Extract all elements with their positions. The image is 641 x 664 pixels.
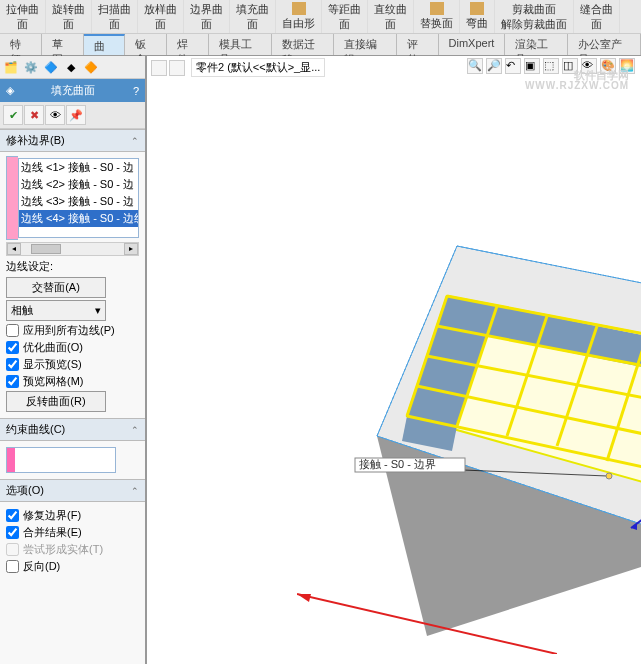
graphics-viewport[interactable]: 零件2 (默认<<默认>_显... 🔍 🔎 ↶ ▣ ⬚ ◫ 👁 🎨 🌅 软件自学… — [147, 56, 641, 664]
expand-tree-icon[interactable] — [151, 60, 167, 76]
tab-sheetmetal[interactable]: 钣金 — [125, 34, 167, 55]
tab-render-tools[interactable]: 渲染工具 — [505, 34, 568, 55]
section-patch-boundary[interactable]: 修补边界(B) ⌃ — [0, 129, 145, 152]
section-patch-label: 修补边界(B) — [6, 133, 65, 148]
ok-button[interactable]: ✔ — [3, 105, 23, 125]
tab-sketch[interactable]: 草图 — [42, 34, 84, 55]
tab-office-products[interactable]: 办公室产品 — [568, 34, 641, 55]
property-manager-icon[interactable]: ⚙️ — [22, 58, 40, 76]
tab-direct-edit[interactable]: 直接编辑 — [334, 34, 397, 55]
cmd-offset-surface[interactable]: 等距曲面 — [322, 0, 368, 33]
panel-title: ◈ 填充曲面 ? — [0, 79, 145, 102]
command-toolbar: 拉伸曲面 旋转曲面 扫描曲面 放样曲面 边界曲面 填充曲面 自由形 等距曲面 直… — [0, 0, 641, 34]
section-options-label: 选项(O) — [6, 483, 44, 498]
merge-result-checkbox[interactable]: 合并结果(E) — [6, 525, 139, 540]
cmd-knit-surface[interactable]: 缝合曲面 — [574, 0, 620, 33]
tab-evaluate[interactable]: 评估 — [397, 34, 439, 55]
previous-view-icon[interactable]: ↶ — [505, 58, 521, 74]
callout-text: 接触 - S0 - 边界 — [359, 458, 436, 470]
optimize-surface-checkbox[interactable]: 优化曲面(O) — [6, 340, 139, 355]
cmd-fill-surface[interactable]: 填充曲面 — [230, 0, 276, 33]
document-title[interactable]: 零件2 (默认<<默认>_显... — [191, 58, 325, 77]
list-item[interactable]: 边线 <1> 接触 - S0 - 边 — [19, 159, 138, 176]
viewport-left-toolbar: 零件2 (默认<<默认>_显... — [151, 58, 325, 77]
view-orientation-icon[interactable]: ⬚ — [543, 58, 559, 74]
cmd-loft-surface[interactable]: 放样曲面 — [138, 0, 184, 33]
section-constraint-label: 约束曲线(C) — [6, 422, 65, 437]
tab-dimxpert[interactable]: DimXpert — [439, 34, 506, 55]
list-item[interactable]: 边线 <4> 接触 - S0 - 边线 — [19, 210, 138, 227]
model-canvas: 接触 - S0 - 边界 + + — [307, 116, 641, 664]
tab-data-migration[interactable]: 数据迁移 — [272, 34, 335, 55]
viewport-heads-up-toolbar: 🔍 🔎 ↶ ▣ ⬚ ◫ 👁 🎨 🌅 — [467, 58, 635, 74]
edge-listbox[interactable]: 边线 <1> 接触 - S0 - 边 边线 <2> 接触 - S0 - 边 边线… — [18, 158, 139, 238]
preview-mesh-checkbox[interactable]: 预览网格(M) — [6, 374, 139, 389]
cmd-replace-face[interactable]: 替换面 — [414, 0, 460, 33]
feature-tree-icon[interactable]: 🗂️ — [2, 58, 20, 76]
reverse-surface-button[interactable]: 反转曲面(R) — [6, 391, 106, 412]
cmd-ruled-surface[interactable]: 直纹曲面 — [368, 0, 414, 33]
alternate-face-button[interactable]: 交替面(A) — [6, 277, 106, 298]
list-item[interactable]: 边线 <2> 接触 - S0 - 边 — [19, 176, 138, 193]
constraint-curves-listbox[interactable] — [6, 447, 116, 473]
apply-all-edges-checkbox[interactable]: 应用到所有边线(P) — [6, 323, 139, 338]
tab-features[interactable]: 特征 — [0, 34, 42, 55]
cmd-freeform[interactable]: 自由形 — [276, 0, 322, 33]
chevron-down-icon: ▾ — [95, 304, 101, 317]
tab-mold-tools[interactable]: 模具工具 — [209, 34, 272, 55]
section-options[interactable]: 选项(O) ⌃ — [0, 479, 145, 502]
fill-surface-icon: ◈ — [6, 84, 14, 97]
horizontal-scrollbar[interactable]: ◂ ▸ — [6, 242, 139, 256]
contact-type-select[interactable]: 相触 ▾ — [6, 300, 106, 321]
collapse-tree-icon[interactable] — [169, 60, 185, 76]
scroll-left-icon[interactable]: ◂ — [7, 243, 21, 255]
cmd-bend[interactable]: 弯曲 — [460, 0, 495, 33]
preview-button[interactable]: 👁 — [45, 105, 65, 125]
display-manager-icon[interactable]: 🔶 — [82, 58, 100, 76]
try-solid-checkbox: 尝试形成实体(T) — [6, 542, 139, 557]
list-item[interactable]: 边线 <3> 接触 - S0 - 边 — [19, 193, 138, 210]
cmd-revolve-surface[interactable]: 旋转曲面 — [46, 0, 92, 33]
display-style-icon[interactable]: ◫ — [562, 58, 578, 74]
section-view-icon[interactable]: ▣ — [524, 58, 540, 74]
cmd-extrude-surface[interactable]: 拉伸曲面 — [0, 0, 46, 33]
panel-actions: ✔ ✖ 👁 📌 — [0, 102, 145, 129]
scroll-thumb[interactable] — [31, 244, 61, 254]
dimxpert-manager-icon[interactable]: ◆ — [62, 58, 80, 76]
cmd-boundary-surface[interactable]: 边界曲面 — [184, 0, 230, 33]
property-manager: 🗂️ ⚙️ 🔷 ◆ 🔶 ◈ 填充曲面 ? ✔ ✖ 👁 📌 修补边界(B) ⌃ 边 — [0, 56, 147, 664]
contact-type-value: 相触 — [11, 303, 33, 318]
chevron-up-icon: ⌃ — [131, 136, 139, 146]
show-preview-checkbox[interactable]: 显示预览(S) — [6, 357, 139, 372]
cancel-button[interactable]: ✖ — [24, 105, 44, 125]
zoom-fit-icon[interactable]: 🔍 — [467, 58, 483, 74]
chevron-up-icon: ⌃ — [131, 486, 139, 496]
panel-title-text: 填充曲面 — [51, 83, 95, 98]
help-icon[interactable]: ? — [133, 85, 139, 97]
edge-settings-label: 边线设定: — [6, 259, 139, 274]
cmd-sweep-surface[interactable]: 扫描曲面 — [92, 0, 138, 33]
tab-weldments[interactable]: 焊件 — [167, 34, 209, 55]
manager-tabs: 🗂️ ⚙️ 🔷 ◆ 🔶 — [0, 56, 145, 79]
appearance-icon[interactable]: 🎨 — [600, 58, 616, 74]
chevron-up-icon: ⌃ — [131, 425, 139, 435]
scroll-right-icon[interactable]: ▸ — [124, 243, 138, 255]
reverse-direction-checkbox[interactable]: 反向(D) — [6, 559, 139, 574]
pin-button[interactable]: 📌 — [66, 105, 86, 125]
fix-boundary-checkbox[interactable]: 修复边界(F) — [6, 508, 139, 523]
tab-surface[interactable]: 曲面 — [84, 34, 126, 55]
zoom-area-icon[interactable]: 🔎 — [486, 58, 502, 74]
section-constraint-curves[interactable]: 约束曲线(C) ⌃ — [0, 418, 145, 441]
config-manager-icon[interactable]: 🔷 — [42, 58, 60, 76]
hide-show-icon[interactable]: 👁 — [581, 58, 597, 74]
callout-point — [606, 473, 612, 479]
command-tabs: 特征 草图 曲面 钣金 焊件 模具工具 数据迁移 直接编辑 评估 DimXper… — [0, 34, 641, 56]
cmd-trim-surface[interactable]: 剪裁曲面解除剪裁曲面 — [495, 0, 574, 33]
scene-icon[interactable]: 🌅 — [619, 58, 635, 74]
